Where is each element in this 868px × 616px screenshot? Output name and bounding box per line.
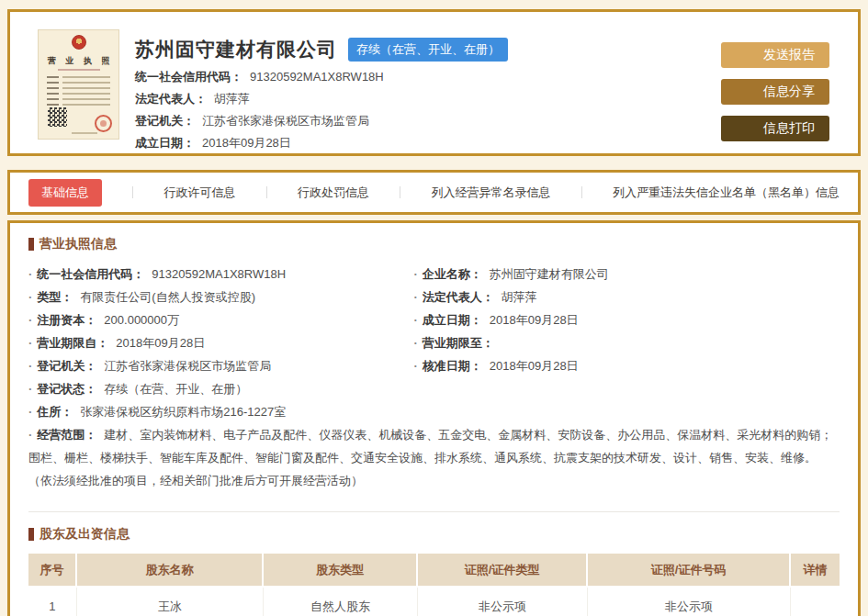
license-red-stamp-icon [95,115,112,132]
field-value: 2018年09月28日 [490,313,579,327]
field-establish-date: 成立日期：2018年09月28日 [413,308,840,331]
section-title-business-license: 营业执照信息 [28,236,840,252]
table-header-certificate-number: 证照/证件号码 [588,554,791,588]
field-label: 登记状态： [37,382,96,396]
field-label: 住所： [37,405,73,419]
license-footer-line [72,132,97,134]
table-header-detail: 详情 [791,554,840,588]
section-title-text: 营业执照信息 [39,236,117,252]
send-report-button[interactable]: 发送报告 [721,42,829,68]
header-field-credit-code: 统一社会信用代码：91320592MA1X8RW18H [135,70,508,84]
field-value: 200.000000万 [104,313,179,327]
field-term-from: 营业期限自：2018年09月28日 [28,331,413,354]
field-label: 统一社会信用代码： [135,70,242,84]
table-header-shareholder-type: 股东类型 [264,554,418,588]
table-cell-detail[interactable] [791,588,840,616]
field-value: 存续（在营、开业、在册） [104,382,247,396]
field-label: 法定代表人： [135,92,207,106]
header-field-establish-date: 成立日期：2018年09月28日 [135,136,508,151]
field-value: 2018年09月28日 [116,336,205,350]
table-row: 1 王冰 自然人股东 非公示项 非公示项 [28,588,840,616]
tab-divider [400,186,400,198]
tab-divider [266,186,267,198]
field-value: 江苏省张家港保税区市场监管局 [104,359,271,373]
field-value: 张家港保税区纺织原料市场216-1227室 [80,405,286,419]
section-title-shareholders: 股东及出资信息 [28,526,840,543]
company-header-card: 营 业 执 照 苏州固守建材有限公司 存续（在营、开业、在册） 统一社会信用代码… [7,9,861,156]
field-label: 营业期限自： [37,336,108,350]
table-cell-certificate-type: 非公示项 [418,588,588,616]
license-qr-code [48,107,67,127]
basic-info-content-card: 营业执照信息 统一社会信用代码：91320592MA1X8RW18H 类型：有限… [7,220,861,616]
company-name: 苏州固守建材有限公司 [135,37,337,62]
share-info-button[interactable]: 信息分享 [721,79,829,105]
field-label: 经营范围： [37,428,96,442]
field-label: 类型： [37,290,73,304]
tab-bar-card: 基础信息 行政许可信息 行政处罚信息 列入经营异常名录信息 列入严重违法失信企业… [7,170,861,215]
table-cell-shareholder-type: 自然人股东 [264,588,418,616]
table-header-row: 序号 股东名称 股东类型 证照/证件类型 证照/证件号码 详情 [28,554,840,588]
field-credit-code: 统一社会信用代码：91320592MA1X8RW18H [28,263,413,286]
field-registration-status: 登记状态：存续（在营、开业、在册） [28,377,413,400]
field-term-to: 营业期限至： [413,331,840,354]
table-cell-index: 1 [28,588,77,616]
tab-bar: 基础信息 行政许可信息 行政处罚信息 列入经营异常名录信息 列入严重违法失信企业… [10,173,858,212]
field-value: 苏州固守建材有限公司 [490,267,609,281]
field-value: 江苏省张家港保税区市场监管局 [202,114,369,128]
shareholder-table: 序号 股东名称 股东类型 证照/证件类型 证照/证件号码 详情 1 王冰 自然人… [28,554,840,616]
header-field-legal-rep: 法定代表人：胡萍萍 [135,92,508,106]
national-emblem-icon [72,35,86,50]
field-value: 2018年09月28日 [490,359,579,373]
tab-abnormal-operation-list-info[interactable]: 列入经营异常名录信息 [432,185,551,201]
section-title-text: 股东及出资信息 [39,526,130,543]
section-divider [28,511,840,512]
field-registered-capital: 注册资本：200.000000万 [28,308,413,331]
field-value: 胡萍萍 [502,290,537,304]
field-company-name: 企业名称：苏州固守建材有限公司 [413,263,840,286]
field-address: 住所：张家港保税区纺织原料市场216-1227室 [28,400,840,423]
field-value: 建材、室内装饰材料、电子产品及配件、仪器仪表、机械设备、五金交电、金属材料、安防… [28,428,832,487]
section-title-marker [28,238,34,251]
print-info-button[interactable]: 信息打印 [721,116,829,141]
tab-basic-info[interactable]: 基础信息 [28,179,102,207]
field-legal-rep: 法定代表人：胡萍萍 [413,286,840,308]
table-cell-certificate-number: 非公示项 [588,588,791,616]
table-header-index: 序号 [28,554,77,588]
table-header-certificate-type: 证照/证件类型 [418,554,588,588]
field-company-type: 类型：有限责任公司(自然人投资或控股) [28,286,413,308]
header-action-buttons: 发送报告 信息分享 信息打印 [721,42,829,141]
section-title-marker [28,528,34,541]
field-label: 成立日期： [135,136,195,150]
license-title: 营 业 执 照 [39,55,118,67]
tab-admin-license-info[interactable]: 行政许可信息 [164,185,236,201]
table-header-shareholder-name: 股东名称 [77,554,264,588]
license-info-columns: 统一社会信用代码：91320592MA1X8RW18H 类型：有限责任公司(自然… [28,263,840,400]
field-label: 登记机关： [135,114,195,128]
field-approval-date: 核准日期：2018年09月28日 [413,354,840,377]
field-value: 91320592MA1X8RW18H [152,267,286,281]
table-cell-shareholder-name: 王冰 [77,588,264,616]
tab-divider [132,186,133,198]
field-label: 核准日期： [423,359,482,373]
field-label: 登记机关： [37,359,96,373]
license-text-lines [47,76,110,109]
field-label: 统一社会信用代码： [37,267,144,281]
field-business-scope: 经营范围：建材、室内装饰材料、电子产品及配件、仪器仪表、机械设备、五金交电、金属… [28,423,840,492]
field-label: 企业名称： [423,267,482,281]
field-registration-authority: 登记机关：江苏省张家港保税区市场监管局 [28,354,413,377]
business-license-thumbnail[interactable]: 营 业 执 照 [38,29,119,140]
header-field-registration-authority: 登记机关：江苏省张家港保税区市场监管局 [135,114,508,129]
license-info-left-column: 统一社会信用代码：91320592MA1X8RW18H 类型：有限责任公司(自然… [28,263,413,400]
license-number-line [58,69,100,71]
field-value: 91320592MA1X8RW18H [250,70,384,84]
tab-admin-penalty-info[interactable]: 行政处罚信息 [298,185,369,201]
company-status-badge: 存续（在营、开业、在册） [348,38,508,62]
field-label: 法定代表人： [423,290,494,304]
company-summary: 苏州固守建材有限公司 存续（在营、开业、在册） 统一社会信用代码：9132059… [135,37,508,151]
field-value: 有限责任公司(自然人投资或控股) [80,290,255,304]
field-value: 2018年09月28日 [202,136,291,150]
tab-divider [581,186,582,198]
field-label: 成立日期： [423,313,482,327]
tab-blacklist-info[interactable]: 列入严重违法失信企业名单（黑名单）信息 [613,185,840,201]
license-info-right-column: 企业名称：苏州固守建材有限公司 法定代表人：胡萍萍 成立日期：2018年09月2… [413,263,840,400]
